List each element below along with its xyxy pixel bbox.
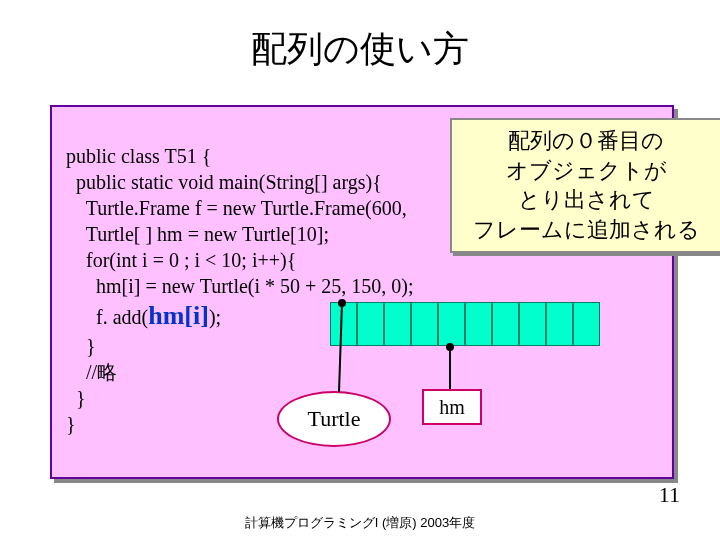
- highlight-hm: hm[i]: [148, 301, 209, 330]
- callout-line: 配列の０番目の: [456, 126, 716, 156]
- footer-text: 計算機プログラミングI (増原) 2003年度: [0, 514, 720, 532]
- turtle-oval: Turtle: [277, 391, 391, 447]
- array-cell: [492, 302, 519, 346]
- array-cell: [411, 302, 438, 346]
- page-number: 11: [659, 482, 680, 508]
- code-line: Turtle[ ] hm = new Turtle[10];: [66, 223, 329, 245]
- code-line: for(int i = 0 ; i < 10; i++){: [66, 249, 296, 271]
- code-line: }: [66, 413, 76, 435]
- code-line: //略: [66, 361, 117, 383]
- array-cell: [438, 302, 465, 346]
- code-line: hm[i] = new Turtle(i * 50 + 25, 150, 0);: [66, 275, 414, 297]
- array-cell: [465, 302, 492, 346]
- code-line: );: [209, 306, 221, 328]
- callout-line: フレームに追加される: [456, 215, 716, 245]
- hm-box: hm: [422, 389, 482, 425]
- callout-box: 配列の０番目の オブジェクトが とり出されて フレームに追加される: [450, 118, 720, 253]
- array-cell: [384, 302, 411, 346]
- code-line: f. add(: [66, 306, 148, 328]
- array-cell: [546, 302, 573, 346]
- code-line: Turtle.Frame f = new Turtle.Frame(600,: [66, 197, 407, 219]
- array-cell: [573, 302, 600, 346]
- code-line: }: [66, 387, 86, 409]
- array-cell: [357, 302, 384, 346]
- hm-label: hm: [439, 396, 465, 419]
- array-cell: [330, 302, 357, 346]
- callout-line: オブジェクトが: [456, 156, 716, 186]
- code-line: }: [66, 335, 96, 357]
- array-cell: [519, 302, 546, 346]
- page-title: 配列の使い方: [0, 25, 720, 74]
- code-line: public class T51 {: [66, 145, 211, 167]
- callout-line: とり出されて: [456, 185, 716, 215]
- turtle-label: Turtle: [308, 406, 361, 432]
- code-line: public static void main(String[] args){: [66, 171, 382, 193]
- array-diagram: [330, 302, 600, 346]
